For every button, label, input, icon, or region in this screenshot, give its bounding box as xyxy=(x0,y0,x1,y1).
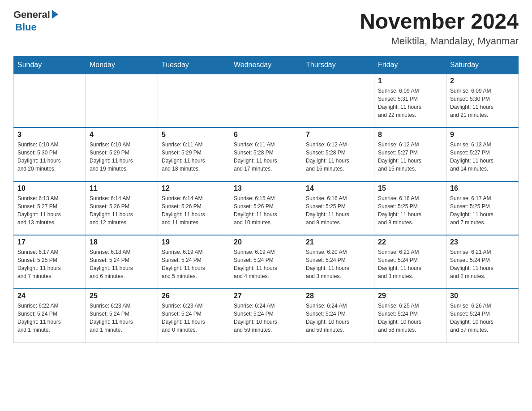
day-number: 11 xyxy=(90,184,154,193)
calendar-cell: 9Sunrise: 6:13 AM Sunset: 5:27 PM Daylig… xyxy=(446,128,519,181)
day-info: Sunrise: 6:11 AM Sunset: 5:29 PM Dayligh… xyxy=(162,141,226,173)
day-number: 22 xyxy=(378,238,442,246)
day-number: 14 xyxy=(306,184,370,193)
day-info: Sunrise: 6:24 AM Sunset: 5:24 PM Dayligh… xyxy=(306,302,370,334)
day-number: 26 xyxy=(162,292,226,300)
day-number: 29 xyxy=(378,292,442,300)
calendar-cell: 4Sunrise: 6:10 AM Sunset: 5:29 PM Daylig… xyxy=(86,128,158,181)
day-info: Sunrise: 6:17 AM Sunset: 5:25 PM Dayligh… xyxy=(450,194,515,227)
day-info: Sunrise: 6:25 AM Sunset: 5:24 PM Dayligh… xyxy=(378,302,442,334)
calendar-cell: 21Sunrise: 6:20 AM Sunset: 5:24 PM Dayli… xyxy=(302,235,374,289)
week-row-4: 17Sunrise: 6:17 AM Sunset: 5:25 PM Dayli… xyxy=(14,235,519,289)
weekday-header-wednesday: Wednesday xyxy=(230,56,302,74)
day-info: Sunrise: 6:09 AM Sunset: 5:31 PM Dayligh… xyxy=(378,87,442,119)
day-info: Sunrise: 6:13 AM Sunset: 5:27 PM Dayligh… xyxy=(450,141,515,173)
day-info: Sunrise: 6:11 AM Sunset: 5:28 PM Dayligh… xyxy=(234,141,298,173)
calendar-cell: 6Sunrise: 6:11 AM Sunset: 5:28 PM Daylig… xyxy=(230,128,302,181)
day-info: Sunrise: 6:09 AM Sunset: 5:30 PM Dayligh… xyxy=(450,87,515,119)
calendar-cell xyxy=(230,74,302,128)
day-number: 8 xyxy=(378,131,442,139)
page-header: General Blue November 2024 Meiktila, Man… xyxy=(13,9,519,47)
day-info: Sunrise: 6:21 AM Sunset: 5:24 PM Dayligh… xyxy=(378,248,442,280)
day-number: 5 xyxy=(162,131,226,139)
day-number: 15 xyxy=(378,184,442,193)
day-info: Sunrise: 6:14 AM Sunset: 5:26 PM Dayligh… xyxy=(90,194,154,227)
calendar-cell: 28Sunrise: 6:24 AM Sunset: 5:24 PM Dayli… xyxy=(302,289,374,342)
calendar-cell: 17Sunrise: 6:17 AM Sunset: 5:25 PM Dayli… xyxy=(14,235,86,289)
location-title: Meiktila, Mandalay, Myanmar xyxy=(360,35,519,47)
day-info: Sunrise: 6:18 AM Sunset: 5:24 PM Dayligh… xyxy=(90,248,154,280)
day-info: Sunrise: 6:17 AM Sunset: 5:25 PM Dayligh… xyxy=(17,248,82,280)
logo: General Blue xyxy=(13,9,58,33)
day-number: 24 xyxy=(17,292,82,300)
calendar-cell: 16Sunrise: 6:17 AM Sunset: 5:25 PM Dayli… xyxy=(446,181,519,235)
day-info: Sunrise: 6:10 AM Sunset: 5:30 PM Dayligh… xyxy=(17,141,82,173)
day-number: 27 xyxy=(234,292,298,300)
weekday-header-friday: Friday xyxy=(374,56,446,74)
day-info: Sunrise: 6:26 AM Sunset: 5:24 PM Dayligh… xyxy=(450,302,515,334)
logo-blue-text: Blue xyxy=(15,21,37,33)
weekday-header-row: SundayMondayTuesdayWednesdayThursdayFrid… xyxy=(14,56,519,74)
week-row-3: 10Sunrise: 6:13 AM Sunset: 5:27 PM Dayli… xyxy=(14,181,519,235)
day-number: 4 xyxy=(90,131,154,139)
day-number: 12 xyxy=(162,184,226,193)
calendar-cell: 24Sunrise: 6:22 AM Sunset: 5:24 PM Dayli… xyxy=(14,289,86,342)
calendar-cell: 27Sunrise: 6:24 AM Sunset: 5:24 PM Dayli… xyxy=(230,289,302,342)
day-info: Sunrise: 6:12 AM Sunset: 5:28 PM Dayligh… xyxy=(306,141,370,173)
day-info: Sunrise: 6:12 AM Sunset: 5:27 PM Dayligh… xyxy=(378,141,442,173)
week-row-1: 1Sunrise: 6:09 AM Sunset: 5:31 PM Daylig… xyxy=(14,74,519,128)
day-number: 17 xyxy=(17,238,82,246)
day-number: 16 xyxy=(450,184,515,193)
day-info: Sunrise: 6:22 AM Sunset: 5:24 PM Dayligh… xyxy=(17,302,82,334)
day-info: Sunrise: 6:21 AM Sunset: 5:24 PM Dayligh… xyxy=(450,248,515,280)
calendar-cell: 10Sunrise: 6:13 AM Sunset: 5:27 PM Dayli… xyxy=(14,181,86,235)
calendar-cell: 2Sunrise: 6:09 AM Sunset: 5:30 PM Daylig… xyxy=(446,74,519,128)
day-info: Sunrise: 6:14 AM Sunset: 5:26 PM Dayligh… xyxy=(162,194,226,227)
day-info: Sunrise: 6:20 AM Sunset: 5:24 PM Dayligh… xyxy=(306,248,370,280)
calendar-cell xyxy=(158,74,230,128)
weekday-header-thursday: Thursday xyxy=(302,56,374,74)
day-number: 9 xyxy=(450,131,515,139)
day-number: 19 xyxy=(162,238,226,246)
weekday-header-saturday: Saturday xyxy=(446,56,519,74)
day-number: 2 xyxy=(450,77,515,85)
day-number: 7 xyxy=(306,131,370,139)
day-number: 18 xyxy=(90,238,154,246)
day-number: 30 xyxy=(450,292,515,300)
day-number: 10 xyxy=(17,184,82,193)
day-number: 20 xyxy=(234,238,298,246)
calendar-cell: 26Sunrise: 6:23 AM Sunset: 5:24 PM Dayli… xyxy=(158,289,230,342)
title-block: November 2024 Meiktila, Mandalay, Myanma… xyxy=(360,9,519,47)
day-number: 1 xyxy=(378,77,442,85)
day-info: Sunrise: 6:24 AM Sunset: 5:24 PM Dayligh… xyxy=(234,302,298,334)
day-info: Sunrise: 6:19 AM Sunset: 5:24 PM Dayligh… xyxy=(234,248,298,280)
weekday-header-monday: Monday xyxy=(86,56,158,74)
day-number: 13 xyxy=(234,184,298,193)
calendar-cell: 13Sunrise: 6:15 AM Sunset: 5:26 PM Dayli… xyxy=(230,181,302,235)
calendar-cell xyxy=(302,74,374,128)
calendar-cell: 22Sunrise: 6:21 AM Sunset: 5:24 PM Dayli… xyxy=(374,235,446,289)
day-info: Sunrise: 6:19 AM Sunset: 5:24 PM Dayligh… xyxy=(162,248,226,280)
month-title: November 2024 xyxy=(360,9,519,34)
calendar-cell xyxy=(86,74,158,128)
calendar-cell: 1Sunrise: 6:09 AM Sunset: 5:31 PM Daylig… xyxy=(374,74,446,128)
calendar-cell: 12Sunrise: 6:14 AM Sunset: 5:26 PM Dayli… xyxy=(158,181,230,235)
calendar-cell: 15Sunrise: 6:16 AM Sunset: 5:25 PM Dayli… xyxy=(374,181,446,235)
calendar-cell: 14Sunrise: 6:16 AM Sunset: 5:25 PM Dayli… xyxy=(302,181,374,235)
day-info: Sunrise: 6:23 AM Sunset: 5:24 PM Dayligh… xyxy=(162,302,226,334)
day-info: Sunrise: 6:23 AM Sunset: 5:24 PM Dayligh… xyxy=(90,302,154,334)
weekday-header-sunday: Sunday xyxy=(14,56,86,74)
calendar-cell: 20Sunrise: 6:19 AM Sunset: 5:24 PM Dayli… xyxy=(230,235,302,289)
calendar-cell: 3Sunrise: 6:10 AM Sunset: 5:30 PM Daylig… xyxy=(14,128,86,181)
calendar-cell: 5Sunrise: 6:11 AM Sunset: 5:29 PM Daylig… xyxy=(158,128,230,181)
week-row-5: 24Sunrise: 6:22 AM Sunset: 5:24 PM Dayli… xyxy=(14,289,519,342)
weekday-header-tuesday: Tuesday xyxy=(158,56,230,74)
day-number: 25 xyxy=(90,292,154,300)
calendar-cell: 7Sunrise: 6:12 AM Sunset: 5:28 PM Daylig… xyxy=(302,128,374,181)
calendar-cell: 19Sunrise: 6:19 AM Sunset: 5:24 PM Dayli… xyxy=(158,235,230,289)
day-number: 6 xyxy=(234,131,298,139)
logo-arrow-icon xyxy=(52,10,58,19)
day-number: 3 xyxy=(17,131,82,139)
calendar-cell: 23Sunrise: 6:21 AM Sunset: 5:24 PM Dayli… xyxy=(446,235,519,289)
calendar-cell xyxy=(14,74,86,128)
